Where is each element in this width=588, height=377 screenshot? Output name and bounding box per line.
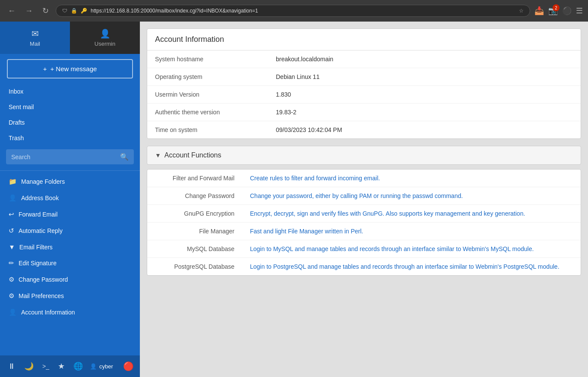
sidebar-item-sent[interactable]: Sent mail: [0, 99, 140, 115]
star-icon[interactable]: ★: [56, 360, 66, 373]
table-row: GnuPG Encryption Encrypt, decrypt, sign …: [147, 205, 581, 223]
user-icon: 👤: [90, 363, 97, 370]
gnupg-link[interactable]: Encrypt, decrypt, sign and verify files …: [250, 210, 525, 217]
tab-usermin[interactable]: 👤 Usermin: [70, 22, 140, 54]
trash-label: Trash: [9, 135, 24, 141]
time-value: 09/03/2023 10:42:04 PM: [268, 121, 581, 139]
sidebar-item-address-book[interactable]: 👤 Address Book: [0, 190, 140, 206]
email-filters-label: Email Filters: [19, 244, 53, 251]
globe-icon[interactable]: 🌐: [72, 360, 85, 373]
sidebar-item-drafts[interactable]: Drafts: [0, 115, 140, 130]
change-password-func-link[interactable]: Change your password, either by calling …: [250, 192, 463, 199]
sidebar-footer: ⏸ 🌙 >_ ★ 🌐 👤 cyber 🔴: [0, 355, 140, 377]
sidebar-item-email-filters[interactable]: ▼ Email Filters: [0, 239, 140, 255]
search-input[interactable]: [11, 154, 117, 160]
edit-signature-icon: ✏: [9, 259, 14, 267]
edit-signature-label: Edit Signature: [19, 260, 57, 267]
notification-icon[interactable]: 📷 2: [548, 6, 558, 16]
table-row: MySQL Database Login to MySQL and manage…: [147, 240, 581, 258]
filter-forward-desc[interactable]: Create rules to filter and forward incom…: [242, 170, 581, 187]
new-message-label: + New message: [50, 65, 97, 72]
forward-email-icon: ↩: [9, 210, 14, 218]
tab-mail[interactable]: ✉ Mail: [0, 22, 70, 54]
file-manager-label: File Manager: [147, 223, 242, 240]
terminal-icon[interactable]: >_: [41, 361, 51, 371]
sidebar-divider: [0, 170, 140, 171]
sidebar-item-account-information[interactable]: 👤 Account Information: [0, 304, 140, 320]
change-password-label: Change Password: [19, 276, 68, 283]
page-title: Account Information: [147, 29, 581, 50]
table-row: Authentic theme version 19.83-2: [147, 104, 581, 121]
bookmark-icon[interactable]: ☆: [519, 8, 524, 14]
logout-icon[interactable]: 🔴: [123, 361, 134, 371]
usermin-tab-icon: 👤: [100, 28, 111, 39]
search-icon: 🔍: [120, 153, 129, 161]
mail-preferences-label: Mail Preferences: [19, 292, 64, 299]
account-functions-header[interactable]: ▼ Account Functions: [147, 146, 581, 165]
file-manager-link[interactable]: Fast and light File Manager written in P…: [250, 228, 363, 235]
tab-usermin-label: Usermin: [95, 41, 115, 47]
sidebar-item-trash[interactable]: Trash: [0, 130, 140, 146]
folder-icon: 📁: [9, 178, 17, 185]
os-label: Operating system: [147, 68, 268, 86]
mysql-link[interactable]: Login to MySQL and manage tables and rec…: [250, 245, 534, 252]
drafts-label: Drafts: [9, 119, 25, 126]
address-bar[interactable]: 🛡 🔒 🔑 https://192.168.8.105:20000/mailbo…: [56, 5, 530, 17]
search-bar[interactable]: 🔍: [6, 149, 134, 164]
account-functions-title: Account Functions: [164, 151, 221, 159]
forward-button[interactable]: →: [22, 5, 35, 17]
sidebar-item-forward-email[interactable]: ↩ Forward Email: [0, 206, 140, 223]
change-password-func-label: Change Password: [147, 187, 242, 205]
functions-panel: Filter and Forward Mail Create rules to …: [147, 169, 581, 276]
tab-mail-label: Mail: [30, 41, 40, 47]
mysql-desc[interactable]: Login to MySQL and manage tables and rec…: [242, 240, 581, 258]
sidebar-item-edit-signature[interactable]: ✏ Edit Signature: [0, 255, 140, 271]
profile-icon[interactable]: ⚫: [562, 6, 572, 16]
sidebar-item-mail-preferences[interactable]: ⚙ Mail Preferences: [0, 288, 140, 304]
username: cyber: [99, 363, 113, 370]
back-button[interactable]: ←: [5, 5, 18, 17]
filter-forward-label: Filter and Forward Mail: [147, 170, 242, 187]
address-book-label: Address Book: [21, 195, 59, 201]
table-row: Time on system 09/03/2023 10:42:04 PM: [147, 121, 581, 139]
collapse-icon: ▼: [155, 152, 161, 159]
theme-version-label: Authentic theme version: [147, 104, 268, 121]
table-row: Filter and Forward Mail Create rules to …: [147, 170, 581, 187]
functions-table: Filter and Forward Mail Create rules to …: [147, 170, 581, 275]
night-mode-icon[interactable]: 🌙: [22, 360, 35, 373]
address-book-icon: 👤: [9, 194, 17, 202]
account-info-panel: Account Information System hostname brea…: [147, 28, 581, 139]
pause-icon[interactable]: ⏸: [6, 360, 17, 373]
user-label[interactable]: 👤 cyber: [90, 363, 113, 370]
sidebar-item-automatic-reply[interactable]: ↺ Automatic Reply: [0, 223, 140, 239]
postgresql-link[interactable]: Login to PostgreSQL and manage tables an…: [250, 263, 560, 270]
main-content: Account Information System hostname brea…: [140, 22, 588, 377]
theme-version-value: 19.83-2: [268, 104, 581, 121]
hostname-value: breakout.localdomain: [268, 50, 581, 68]
sidebar-item-inbox[interactable]: Inbox: [0, 84, 140, 99]
pocket-icon[interactable]: 📥: [534, 6, 544, 16]
change-password-func-desc[interactable]: Change your password, either by calling …: [242, 187, 581, 205]
table-row: File Manager Fast and light File Manager…: [147, 223, 581, 240]
table-row: Usermin Version 1.830: [147, 86, 581, 104]
table-row: System hostname breakout.localdomain: [147, 50, 581, 68]
file-manager-desc[interactable]: Fast and light File Manager written in P…: [242, 223, 581, 240]
hostname-label: System hostname: [147, 50, 268, 68]
key-icon: 🔑: [81, 8, 87, 14]
reload-button[interactable]: ↻: [40, 4, 51, 17]
info-table: System hostname breakout.localdomain Ope…: [147, 50, 581, 138]
gnupg-desc[interactable]: Encrypt, decrypt, sign and verify files …: [242, 205, 581, 223]
sidebar-item-manage-folders[interactable]: 📁 Manage Folders: [0, 173, 140, 190]
notification-badge: 2: [553, 4, 560, 11]
sidebar-item-change-password[interactable]: ⚙ Change Password: [0, 271, 140, 288]
tab-bar: ✉ Mail 👤 Usermin: [0, 22, 140, 54]
browser-toolbar-icons: 📥 📷 2 ⚫ ☰: [534, 6, 583, 16]
postgresql-desc[interactable]: Login to PostgreSQL and manage tables an…: [242, 258, 581, 276]
browser-chrome: ← → ↻ 🛡 🔒 🔑 https://192.168.8.105:20000/…: [0, 0, 588, 22]
postgresql-label: PostgreSQL Database: [147, 258, 242, 276]
filter-forward-link[interactable]: Create rules to filter and forward incom…: [250, 175, 380, 182]
new-message-button[interactable]: + + New message: [7, 59, 133, 79]
menu-icon[interactable]: ☰: [576, 6, 583, 16]
gnupg-label: GnuPG Encryption: [147, 205, 242, 223]
table-row: Change Password Change your password, ei…: [147, 187, 581, 205]
